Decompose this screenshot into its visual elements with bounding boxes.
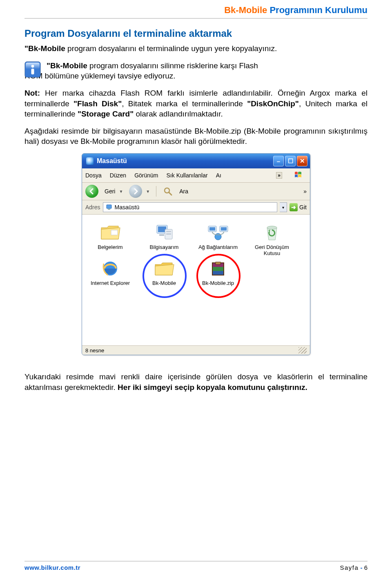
page-number: 6: [364, 564, 368, 571]
go-button[interactable]: ➜ Git: [290, 203, 307, 211]
note-d: olarak adlandırılmaktadır.: [134, 110, 223, 118]
explorer-window: Masaüstü – ☐ ✕ Dosya Düzen Görünüm Sık K…: [82, 153, 310, 355]
note-b2: "DiskOnChip": [247, 99, 299, 108]
folder-documents-icon: [99, 223, 122, 242]
svg-rect-3: [31, 69, 34, 74]
address-input[interactable]: Masaüstü: [103, 202, 278, 212]
desktop-icon-mycomputer[interactable]: Bilgisayarım: [142, 223, 187, 256]
svg-rect-18: [221, 227, 227, 231]
back-button[interactable]: [85, 185, 98, 198]
p1-bold: "Bk-Mobile: [24, 44, 65, 53]
recycle-bin-icon: [261, 223, 283, 242]
footer: www.bilkur.com.tr Sayfa - 6: [24, 558, 368, 571]
windows-logo-icon: [293, 170, 307, 181]
network-icon: [207, 223, 229, 242]
icon-label: Bk-Mobile: [142, 280, 187, 286]
footer-page: Sayfa - 6: [340, 564, 368, 571]
footer-url: www.bilkur.com.tr: [24, 564, 80, 571]
icon-label: Bk-Mobile.zip: [196, 280, 241, 286]
svg-rect-6: [107, 205, 111, 208]
paragraph-3: Yukarıdaki resimde mavi renkli daire içe…: [24, 372, 368, 392]
page-label: Sayfa: [340, 564, 359, 571]
svg-rect-26: [216, 262, 220, 264]
address-desktop-icon: [106, 204, 112, 211]
zip-archive-icon: [207, 259, 229, 278]
address-dropdown-icon[interactable]: ▾: [280, 202, 287, 212]
svg-rect-16: [209, 227, 215, 231]
menubar: Dosya Düzen Görünüm Sık Kullanılanlar Aı…: [82, 168, 310, 183]
footer-divider: [24, 561, 368, 562]
window-title: Masaüstü: [97, 157, 273, 165]
info-icon: [24, 61, 41, 78]
svg-line-5: [169, 193, 172, 195]
desktop-icon-bkmobile-zip[interactable]: Bk-Mobile.zip: [196, 259, 241, 286]
info-rest1: program dosyalarını silinme risklerine k…: [87, 61, 258, 70]
svg-rect-24: [212, 271, 224, 275]
address-value: Masaüstü: [115, 204, 140, 211]
svg-rect-14: [166, 233, 171, 235]
toolbar-separator: [156, 186, 156, 197]
titlebar: Masaüstü – ☐ ✕: [82, 154, 310, 168]
note-b: , Bitatek marka el terminallerinde: [122, 99, 247, 108]
close-button[interactable]: ✕: [297, 156, 307, 166]
svg-rect-11: [159, 234, 164, 236]
menu-file[interactable]: Dosya: [85, 172, 102, 179]
note-b3: "Storage Card": [78, 110, 134, 118]
minimize-button[interactable]: –: [273, 156, 284, 166]
header-orange: Bk-Mobile: [224, 5, 267, 15]
go-label: Git: [299, 204, 307, 211]
forward-button[interactable]: [129, 185, 142, 198]
header-divider: [24, 18, 368, 19]
address-label: Adres: [85, 204, 100, 211]
ie-icon: [99, 259, 122, 278]
maximize-button[interactable]: ☐: [285, 156, 296, 166]
resize-grip-icon[interactable]: [298, 347, 307, 354]
icon-label: Bilgisayarım: [142, 244, 187, 250]
menu-overflow[interactable]: »: [276, 172, 282, 179]
statusbar: 8 nesne: [82, 345, 310, 355]
desktop-icon-ie[interactable]: Internet Explorer: [88, 259, 133, 286]
section-heading: Program Dosyalarını el terminaline aktar…: [24, 28, 368, 39]
toolbar: Geri ▼ ▼ Ara »: [82, 183, 310, 200]
info-bold: "Bk-Mobile: [47, 61, 87, 70]
desktop-icon-network[interactable]: Ağ Bağlantılarım: [196, 223, 241, 256]
paragraph-2: Aşağıdaki resimde bir bilgisayarın masaü…: [24, 126, 368, 147]
back-label[interactable]: Geri: [105, 188, 115, 195]
icon-label: Belgelerim: [88, 244, 133, 250]
p3-bold: Her iki simgeyi seçip kopyala komutunu ç…: [118, 383, 307, 392]
menu-favorites[interactable]: Sık Kullanılanlar: [167, 172, 208, 179]
window-icon: [86, 157, 94, 165]
svg-point-20: [267, 226, 277, 229]
icon-label: Internet Explorer: [88, 280, 133, 286]
icon-label: Ağ Bağlantılarım: [196, 244, 241, 250]
folder-icon: [153, 259, 176, 278]
desktop-icon-recyclebin[interactable]: Geri Dönüşüm Kutusu: [249, 223, 294, 256]
search-label[interactable]: Ara: [179, 188, 188, 195]
search-icon[interactable]: [163, 186, 173, 197]
status-text: 8 nesne: [85, 347, 104, 354]
menu-view[interactable]: Görünüm: [134, 172, 158, 179]
info-block: "Bk-Mobile program dosyalarını silinme r…: [24, 60, 368, 81]
svg-point-2: [31, 65, 34, 67]
page-dash: -: [360, 564, 362, 571]
p1-rest: program dosyalarını el terminalinde uygu…: [65, 44, 277, 53]
back-dropdown-icon[interactable]: ▼: [119, 189, 123, 194]
computer-icon: [153, 223, 176, 242]
desktop-icon-mydocuments[interactable]: Belgelerim: [88, 223, 133, 256]
svg-rect-8: [111, 230, 118, 235]
address-bar: Adres Masaüstü ▾ ➜ Git: [82, 200, 310, 215]
note-paragraph: Not: Her marka cihazda Flash ROM farklı …: [24, 88, 368, 119]
svg-rect-13: [166, 231, 171, 232]
menu-tools[interactable]: Aı: [216, 172, 221, 179]
note-prefix: Not:: [24, 89, 40, 97]
menu-edit[interactable]: Düzen: [110, 172, 126, 179]
header-title: Bk-Mobile Programının Kurulumu: [24, 5, 368, 17]
paragraph-1: "Bk-Mobile program dosyalarını el termin…: [24, 43, 368, 54]
svg-rect-7: [108, 209, 110, 210]
note-b1: "Flash Disk": [74, 99, 122, 108]
svg-rect-23: [212, 267, 224, 271]
desktop-icon-bkmobile-folder[interactable]: Bk-Mobile: [142, 259, 187, 286]
forward-dropdown-icon[interactable]: ▼: [146, 189, 150, 194]
toolbar-overflow[interactable]: »: [303, 188, 307, 195]
header-blue: Programının Kurulumu: [270, 5, 368, 15]
